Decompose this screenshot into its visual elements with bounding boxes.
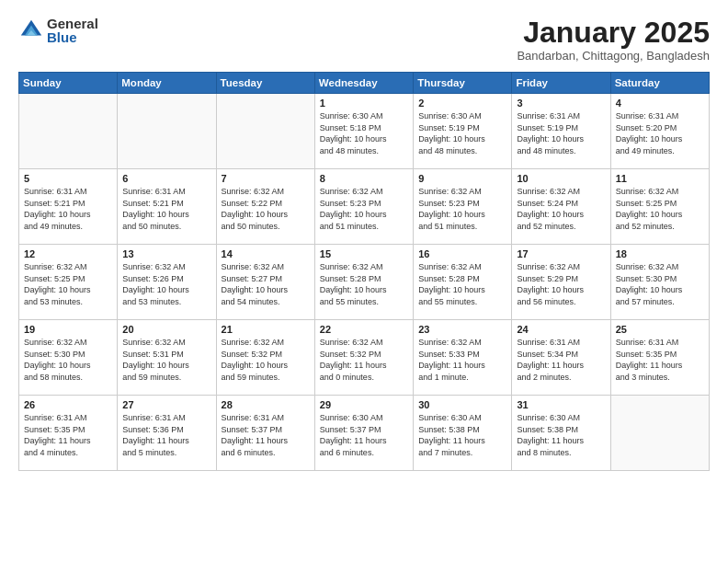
calendar-cell: 11Sunrise: 6:32 AM Sunset: 5:25 PM Dayli… [610, 169, 709, 245]
header-day-tuesday: Tuesday [216, 73, 314, 94]
day-info: Sunrise: 6:32 AM Sunset: 5:32 PM Dayligh… [222, 337, 310, 383]
calendar-cell: 9Sunrise: 6:32 AM Sunset: 5:23 PM Daylig… [414, 169, 512, 245]
day-info: Sunrise: 6:32 AM Sunset: 5:22 PM Dayligh… [222, 186, 310, 232]
day-info: Sunrise: 6:32 AM Sunset: 5:33 PM Dayligh… [418, 337, 506, 383]
calendar-cell [19, 94, 118, 169]
calendar-cell: 21Sunrise: 6:32 AM Sunset: 5:32 PM Dayli… [216, 320, 314, 396]
day-number: 7 [222, 173, 310, 184]
day-number: 2 [418, 98, 506, 109]
calendar-cell: 18Sunrise: 6:32 AM Sunset: 5:30 PM Dayli… [610, 245, 709, 320]
header-day-monday: Monday [118, 73, 216, 94]
calendar-cell: 10Sunrise: 6:32 AM Sunset: 5:24 PM Dayli… [512, 169, 610, 245]
calendar-cell: 8Sunrise: 6:32 AM Sunset: 5:23 PM Daylig… [314, 169, 413, 245]
day-number: 16 [418, 248, 506, 259]
day-info: Sunrise: 6:32 AM Sunset: 5:30 PM Dayligh… [24, 337, 112, 383]
day-number: 31 [517, 399, 605, 410]
day-info: Sunrise: 6:32 AM Sunset: 5:28 PM Dayligh… [320, 261, 408, 307]
calendar-cell: 27Sunrise: 6:31 AM Sunset: 5:36 PM Dayli… [118, 396, 216, 471]
day-info: Sunrise: 6:31 AM Sunset: 5:35 PM Dayligh… [616, 337, 704, 383]
logo-blue: Blue [47, 30, 77, 44]
calendar-cell: 6Sunrise: 6:31 AM Sunset: 5:21 PM Daylig… [118, 169, 216, 245]
day-info: Sunrise: 6:30 AM Sunset: 5:38 PM Dayligh… [418, 412, 506, 458]
day-number: 8 [320, 173, 408, 184]
day-info: Sunrise: 6:31 AM Sunset: 5:19 PM Dayligh… [517, 110, 605, 156]
calendar-cell: 2Sunrise: 6:30 AM Sunset: 5:19 PM Daylig… [414, 94, 512, 169]
header: General Blue January 2025 Bandarban, Chi… [18, 17, 710, 63]
calendar-week-row: 26Sunrise: 6:31 AM Sunset: 5:35 PM Dayli… [19, 396, 710, 471]
day-number: 22 [320, 324, 408, 335]
calendar-cell: 14Sunrise: 6:32 AM Sunset: 5:27 PM Dayli… [216, 245, 314, 320]
calendar-cell: 15Sunrise: 6:32 AM Sunset: 5:28 PM Dayli… [314, 245, 413, 320]
calendar-cell: 12Sunrise: 6:32 AM Sunset: 5:25 PM Dayli… [19, 245, 118, 320]
calendar-cell: 25Sunrise: 6:31 AM Sunset: 5:35 PM Dayli… [610, 320, 709, 396]
calendar-cell: 1Sunrise: 6:30 AM Sunset: 5:18 PM Daylig… [314, 94, 413, 169]
day-info: Sunrise: 6:30 AM Sunset: 5:37 PM Dayligh… [320, 412, 408, 458]
header-day-friday: Friday [512, 73, 610, 94]
calendar-cell: 20Sunrise: 6:32 AM Sunset: 5:31 PM Dayli… [118, 320, 216, 396]
day-info: Sunrise: 6:32 AM Sunset: 5:23 PM Dayligh… [320, 186, 408, 232]
day-number: 4 [616, 98, 704, 109]
day-number: 20 [122, 324, 210, 335]
day-number: 1 [320, 98, 408, 109]
calendar-cell: 17Sunrise: 6:32 AM Sunset: 5:29 PM Dayli… [512, 245, 610, 320]
calendar-cell [118, 94, 216, 169]
logo-icon [18, 17, 44, 43]
day-number: 9 [418, 173, 506, 184]
day-info: Sunrise: 6:31 AM Sunset: 5:35 PM Dayligh… [24, 412, 112, 458]
calendar-cell: 4Sunrise: 6:31 AM Sunset: 5:20 PM Daylig… [610, 94, 709, 169]
day-number: 21 [222, 324, 310, 335]
day-number: 18 [616, 248, 704, 259]
calendar-cell [610, 396, 709, 471]
calendar-cell: 31Sunrise: 6:30 AM Sunset: 5:38 PM Dayli… [512, 396, 610, 471]
calendar-week-row: 12Sunrise: 6:32 AM Sunset: 5:25 PM Dayli… [19, 245, 710, 320]
day-number: 17 [517, 248, 605, 259]
day-info: Sunrise: 6:31 AM Sunset: 5:21 PM Dayligh… [122, 186, 210, 232]
day-number: 15 [320, 248, 408, 259]
calendar-cell [216, 94, 314, 169]
logo-general: General [47, 17, 98, 30]
day-number: 13 [122, 248, 210, 259]
calendar-header-row: SundayMondayTuesdayWednesdayThursdayFrid… [19, 73, 710, 94]
subtitle: Bandarban, Chittagong, Bangladesh [517, 49, 710, 63]
calendar-cell: 3Sunrise: 6:31 AM Sunset: 5:19 PM Daylig… [512, 94, 610, 169]
day-info: Sunrise: 6:32 AM Sunset: 5:29 PM Dayligh… [517, 261, 605, 307]
day-number: 12 [24, 248, 112, 259]
day-number: 24 [517, 324, 605, 335]
header-day-saturday: Saturday [610, 73, 709, 94]
calendar-cell: 29Sunrise: 6:30 AM Sunset: 5:37 PM Dayli… [314, 396, 413, 471]
day-number: 28 [222, 399, 310, 410]
day-info: Sunrise: 6:32 AM Sunset: 5:24 PM Dayligh… [517, 186, 605, 232]
calendar-cell: 30Sunrise: 6:30 AM Sunset: 5:38 PM Dayli… [414, 396, 512, 471]
day-number: 25 [616, 324, 704, 335]
day-info: Sunrise: 6:32 AM Sunset: 5:25 PM Dayligh… [616, 186, 704, 232]
day-info: Sunrise: 6:32 AM Sunset: 5:27 PM Dayligh… [222, 261, 310, 307]
day-number: 14 [222, 248, 310, 259]
day-info: Sunrise: 6:31 AM Sunset: 5:21 PM Dayligh… [24, 186, 112, 232]
calendar-week-row: 5Sunrise: 6:31 AM Sunset: 5:21 PM Daylig… [19, 169, 710, 245]
day-info: Sunrise: 6:32 AM Sunset: 5:25 PM Dayligh… [24, 261, 112, 307]
day-info: Sunrise: 6:31 AM Sunset: 5:37 PM Dayligh… [222, 412, 310, 458]
calendar-cell: 7Sunrise: 6:32 AM Sunset: 5:22 PM Daylig… [216, 169, 314, 245]
calendar-cell: 23Sunrise: 6:32 AM Sunset: 5:33 PM Dayli… [414, 320, 512, 396]
day-info: Sunrise: 6:30 AM Sunset: 5:19 PM Dayligh… [418, 110, 506, 156]
day-info: Sunrise: 6:32 AM Sunset: 5:31 PM Dayligh… [122, 337, 210, 383]
title-block: January 2025 Bandarban, Chittagong, Bang… [517, 17, 710, 63]
day-number: 5 [24, 173, 112, 184]
day-number: 30 [418, 399, 506, 410]
calendar-week-row: 1Sunrise: 6:30 AM Sunset: 5:18 PM Daylig… [19, 94, 710, 169]
day-number: 10 [517, 173, 605, 184]
day-info: Sunrise: 6:32 AM Sunset: 5:23 PM Dayligh… [418, 186, 506, 232]
calendar-cell: 24Sunrise: 6:31 AM Sunset: 5:34 PM Dayli… [512, 320, 610, 396]
day-info: Sunrise: 6:32 AM Sunset: 5:32 PM Dayligh… [320, 337, 408, 383]
day-info: Sunrise: 6:31 AM Sunset: 5:36 PM Dayligh… [122, 412, 210, 458]
page: General Blue January 2025 Bandarban, Chi… [0, 0, 728, 563]
day-number: 23 [418, 324, 506, 335]
calendar-cell: 16Sunrise: 6:32 AM Sunset: 5:28 PM Dayli… [414, 245, 512, 320]
day-info: Sunrise: 6:32 AM Sunset: 5:30 PM Dayligh… [616, 261, 704, 307]
logo: General Blue [18, 17, 98, 44]
logo-text-group: General Blue [47, 17, 98, 44]
day-info: Sunrise: 6:30 AM Sunset: 5:38 PM Dayligh… [517, 412, 605, 458]
day-number: 29 [320, 399, 408, 410]
day-info: Sunrise: 6:31 AM Sunset: 5:34 PM Dayligh… [517, 337, 605, 383]
day-number: 27 [122, 399, 210, 410]
